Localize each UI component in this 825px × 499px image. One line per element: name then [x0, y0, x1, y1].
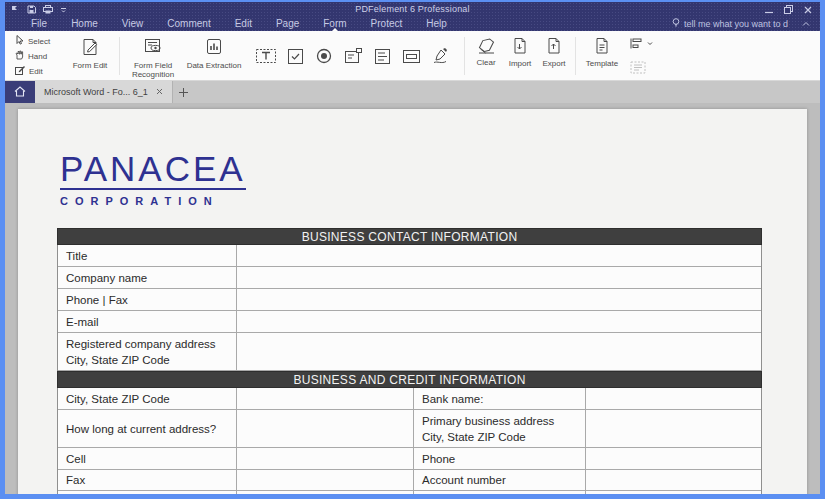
ribbon-separator: [119, 37, 120, 75]
row-label: Fax: [58, 470, 237, 491]
tell-me-assistant[interactable]: tell me what you want to d: [672, 18, 820, 29]
export-button[interactable]: Export: [539, 33, 569, 79]
import-button[interactable]: Import: [505, 33, 535, 79]
menu-page[interactable]: Page: [264, 16, 311, 31]
form-field-cell[interactable]: [586, 388, 761, 410]
home-icon: [14, 83, 26, 101]
form-field-cell[interactable]: [586, 491, 761, 494]
template-button[interactable]: Template: [580, 33, 624, 79]
close-icon[interactable]: [804, 0, 812, 18]
hand-label: Hand: [28, 52, 47, 61]
form-ribbon: Select Hand Edit Form Edit Form Field Re…: [5, 31, 820, 81]
table-row: Title: [57, 245, 762, 267]
logo-subtitle: CORPORATION: [60, 195, 246, 207]
form-field-cell[interactable]: [237, 448, 414, 470]
form-field-cell[interactable]: [237, 470, 414, 491]
business-credit-table: BUSINESS AND CREDIT INFORMATION City, St…: [57, 371, 762, 494]
form-field-cell[interactable]: [586, 470, 761, 491]
form-field-cell[interactable]: [237, 388, 414, 410]
menu-comment[interactable]: Comment: [155, 16, 222, 31]
ribbon-separator: [575, 37, 576, 75]
menu-help[interactable]: Help: [414, 16, 459, 31]
import-icon: [512, 37, 528, 57]
menu-form[interactable]: Form: [311, 16, 358, 31]
clear-button[interactable]: Clear: [471, 33, 501, 79]
edit-mode-button[interactable]: Edit: [15, 65, 65, 77]
table-row: E-mail: [57, 311, 762, 333]
form-tables: BUSINESS CONTACT INFORMATION Title Compa…: [57, 228, 762, 494]
pdf-page[interactable]: PANACEA CORPORATION BUSINESS CONTACT INF…: [18, 109, 807, 494]
clear-eraser-icon: [477, 37, 496, 56]
digital-signature-tool-button[interactable]: [430, 46, 450, 66]
document-tab[interactable]: Microsoft Word - Fo... 6_1: [35, 81, 173, 103]
data-extraction-label: Data Extraction: [187, 61, 242, 70]
document-workspace[interactable]: PANACEA CORPORATION BUSINESS CONTACT INF…: [5, 103, 820, 494]
form-field-cell[interactable]: [237, 245, 761, 267]
menu-home[interactable]: Home: [59, 16, 110, 31]
customize-qat-caret-icon[interactable]: [60, 5, 67, 13]
import-label: Import: [509, 59, 532, 68]
form-field-cell[interactable]: [237, 333, 761, 371]
label-line: City, State ZIP Code: [66, 352, 228, 368]
form-edit-icon: [80, 37, 100, 59]
section-header: BUSINESS AND CREDIT INFORMATION: [57, 371, 762, 388]
list-box-tool-button[interactable]: [372, 46, 392, 66]
save-icon[interactable]: [27, 5, 36, 14]
form-field-cell[interactable]: [237, 267, 761, 289]
export-label: Export: [542, 59, 565, 68]
print-icon[interactable]: [43, 5, 53, 14]
document-tab-label: Microsoft Word - Fo... 6_1: [44, 87, 148, 97]
menu-protect[interactable]: Protect: [359, 16, 415, 31]
restore-icon[interactable]: [784, 0, 793, 18]
push-button-tool-button[interactable]: [401, 46, 421, 66]
lightbulb-icon: [672, 18, 680, 29]
select-label: Select: [28, 37, 50, 46]
menu-edit[interactable]: Edit: [223, 16, 264, 31]
form-field-cell[interactable]: [586, 410, 761, 448]
row-label: Bank name:: [414, 388, 586, 410]
check-box-tool-button[interactable]: [285, 46, 305, 66]
form-field-cell[interactable]: [237, 410, 414, 448]
data-extraction-icon: [204, 37, 224, 59]
home-tab[interactable]: [5, 81, 35, 103]
row-label: How long at current address?: [58, 410, 237, 448]
menu-view[interactable]: View: [110, 16, 156, 31]
text-field-tool-button[interactable]: [256, 46, 276, 66]
collapse-ribbon-icon[interactable]: [802, 19, 810, 29]
pdfelement-window: PDFelement 6 Professional File Home View…: [0, 0, 825, 499]
row-label: Registered company address City, State Z…: [58, 333, 237, 371]
minimize-icon[interactable]: [765, 0, 773, 18]
new-tab-button[interactable]: [173, 81, 195, 103]
table-row: Fax Account number: [57, 470, 762, 491]
form-field-cell[interactable]: [237, 311, 761, 333]
row-label: Phone | Fax: [58, 289, 237, 311]
form-field-cell[interactable]: [237, 491, 414, 494]
radio-button-tool-button[interactable]: [314, 46, 334, 66]
app-logo-icon: [11, 5, 20, 14]
combo-box-tool-button[interactable]: [343, 46, 363, 66]
quick-access-toolbar: [11, 5, 67, 14]
company-logo: PANACEA CORPORATION: [60, 151, 246, 207]
row-label: City, State ZIP Code: [58, 388, 237, 410]
business-contact-table: BUSINESS CONTACT INFORMATION Title Compa…: [57, 228, 762, 371]
tab-close-icon[interactable]: [156, 87, 163, 97]
title-bar-row: PDFelement 6 Professional: [5, 2, 820, 16]
label-line: City, State ZIP Code: [422, 429, 577, 445]
menu-bar: File Home View Comment Edit Page Form Pr…: [5, 16, 820, 31]
row-label: Primary business address City, State ZIP…: [414, 410, 586, 448]
form-field-recognition-button[interactable]: Form Field Recognition: [124, 33, 182, 79]
select-mode-button[interactable]: Select: [15, 35, 65, 47]
form-field-cell[interactable]: [237, 289, 761, 311]
form-edit-button[interactable]: Form Edit: [65, 33, 115, 79]
select-cursor-icon: [15, 35, 24, 47]
form-field-cell[interactable]: [586, 448, 761, 470]
menu-file[interactable]: File: [19, 16, 59, 31]
hand-mode-button[interactable]: Hand: [15, 50, 65, 62]
label-line: Primary business address: [422, 413, 577, 429]
section-header: BUSINESS CONTACT INFORMATION: [57, 228, 762, 245]
align-fields-button[interactable]: [630, 37, 653, 50]
ribbon-separator: [464, 37, 465, 75]
label-line: Registered company address: [66, 336, 228, 352]
data-extraction-button[interactable]: Data Extraction: [182, 33, 246, 79]
distribute-fields-button-disabled: [630, 61, 653, 74]
